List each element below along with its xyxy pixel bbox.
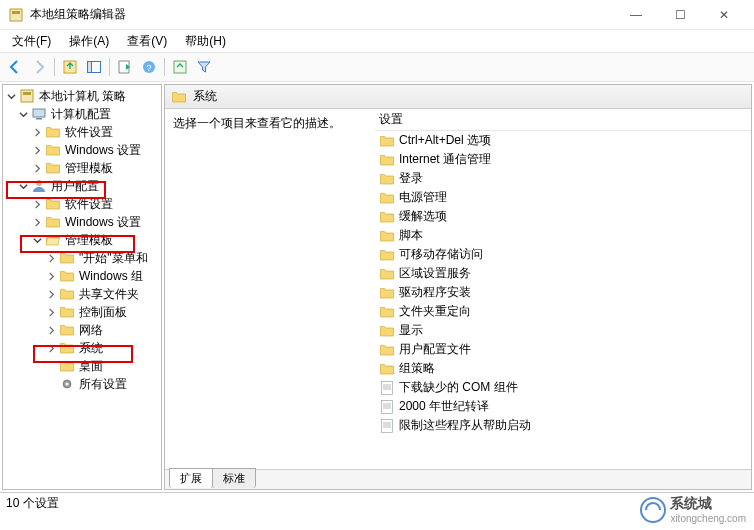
tree-label: Windows 组 [77,267,145,286]
content-header: 系统 [165,85,751,109]
expander-icon[interactable] [45,324,57,336]
filter-button[interactable] [193,56,215,78]
tree-label: 用户配置 [49,177,101,196]
toolbar-separator [54,58,55,76]
list-item[interactable]: 2000 年世纪转译 [375,397,751,416]
window-title: 本地组策略编辑器 [30,6,614,23]
folder-icon [379,323,395,339]
list-item[interactable]: 脚本 [375,226,751,245]
tree-computer-config[interactable]: 计算机配置 [3,105,161,123]
list-item[interactable]: 电源管理 [375,188,751,207]
up-button[interactable] [59,56,81,78]
folder-icon [59,286,75,302]
expander-icon[interactable] [31,198,43,210]
content-pane: 系统 选择一个项目来查看它的描述。 设置 Ctrl+Alt+Del 选项Inte… [164,84,752,490]
tree-item[interactable]: 软件设置 [3,195,161,213]
settings-list[interactable]: 设置 Ctrl+Alt+Del 选项Internet 通信管理登录电源管理缓解选… [375,109,751,469]
forward-button[interactable] [28,56,50,78]
list-item[interactable]: 可移动存储访问 [375,245,751,264]
list-item[interactable]: 显示 [375,321,751,340]
menu-action[interactable]: 操作(A) [61,31,117,52]
list-item-label: 区域设置服务 [399,265,471,282]
tab-standard[interactable]: 标准 [212,468,256,488]
list-item[interactable]: 驱动程序安装 [375,283,751,302]
folder-icon [379,342,395,358]
tree-label: Windows 设置 [63,141,143,160]
expander-icon[interactable] [45,342,57,354]
expander-icon[interactable] [45,270,57,282]
column-label: 设置 [379,111,403,128]
show-hide-tree-button[interactable] [83,56,105,78]
tree-item[interactable]: 控制面板 [3,303,161,321]
tree-root[interactable]: 本地计算机 策略 [3,87,161,105]
list-item-label: 脚本 [399,227,423,244]
list-item[interactable]: 文件夹重定向 [375,302,751,321]
expander-icon[interactable] [17,180,29,192]
folder-icon [171,89,187,105]
list-item[interactable]: 缓解选项 [375,207,751,226]
expander-icon[interactable] [17,108,29,120]
expander-icon[interactable] [45,306,57,318]
app-icon [8,7,24,23]
tree-item[interactable]: "开始"菜单和 [3,249,161,267]
list-item[interactable]: 组策略 [375,359,751,378]
tree-item[interactable]: Windows 设置 [3,213,161,231]
list-item[interactable]: 登录 [375,169,751,188]
menu-help[interactable]: 帮助(H) [177,31,234,52]
menu-file[interactable]: 文件(F) [4,31,59,52]
expander-icon[interactable] [5,90,17,102]
svg-rect-17 [174,61,186,73]
close-button[interactable]: ✕ [702,0,746,30]
tree-item[interactable]: 软件设置 [3,123,161,141]
expander-icon[interactable] [31,234,43,246]
tree-admin-templates[interactable]: 管理模板 [3,231,161,249]
list-item[interactable]: 下载缺少的 COM 组件 [375,378,751,397]
help-button[interactable]: ? [138,56,160,78]
list-item-label: 限制这些程序从帮助启动 [399,417,531,434]
folder-icon [59,358,75,374]
column-header-setting[interactable]: 设置 [375,109,751,131]
list-item[interactable]: 限制这些程序从帮助启动 [375,416,751,435]
description-panel: 选择一个项目来查看它的描述。 [165,109,375,469]
tree-label: 软件设置 [63,195,115,214]
minimize-button[interactable]: — [614,0,658,30]
tree-label: 共享文件夹 [77,285,141,304]
tree-item[interactable]: 管理模板 [3,159,161,177]
tree-system[interactable]: 系统 [3,339,161,357]
tree-item[interactable]: Windows 组 [3,267,161,285]
list-item-label: Internet 通信管理 [399,151,491,168]
tree-item[interactable]: 共享文件夹 [3,285,161,303]
tree-pane[interactable]: 本地计算机 策略 计算机配置 软件设置 Windows 设置 管理模板 [2,84,162,490]
tree-label: Windows 设置 [63,213,143,232]
list-item-label: 登录 [399,170,423,187]
maximize-button[interactable]: ☐ [658,0,702,30]
list-item-label: Ctrl+Alt+Del 选项 [399,132,491,149]
tree-item[interactable]: Windows 设置 [3,141,161,159]
folder-icon [379,247,395,263]
tree-label: 所有设置 [77,375,129,394]
tree-item[interactable]: 桌面 [3,357,161,375]
folder-icon [379,190,395,206]
list-item[interactable]: Internet 通信管理 [375,150,751,169]
tree-user-config[interactable]: 用户配置 [3,177,161,195]
tree-item[interactable]: 网络 [3,321,161,339]
list-item[interactable]: Ctrl+Alt+Del 选项 [375,131,751,150]
expander-icon[interactable] [45,288,57,300]
expander-icon[interactable] [31,162,43,174]
expander-icon[interactable] [45,252,57,264]
export-button[interactable] [114,56,136,78]
tree-all-settings[interactable]: 所有设置 [3,375,161,393]
list-item-label: 电源管理 [399,189,447,206]
tab-extended[interactable]: 扩展 [169,468,213,488]
menu-view[interactable]: 查看(V) [119,31,175,52]
expander-icon[interactable] [31,144,43,156]
tree-label: 管理模板 [63,159,115,178]
expander-icon[interactable] [31,216,43,228]
tree-label: 网络 [77,321,105,340]
expander-icon[interactable] [31,126,43,138]
back-button[interactable] [4,56,26,78]
list-item[interactable]: 区域设置服务 [375,264,751,283]
list-item-label: 驱动程序安装 [399,284,471,301]
list-item[interactable]: 用户配置文件 [375,340,751,359]
properties-button[interactable] [169,56,191,78]
